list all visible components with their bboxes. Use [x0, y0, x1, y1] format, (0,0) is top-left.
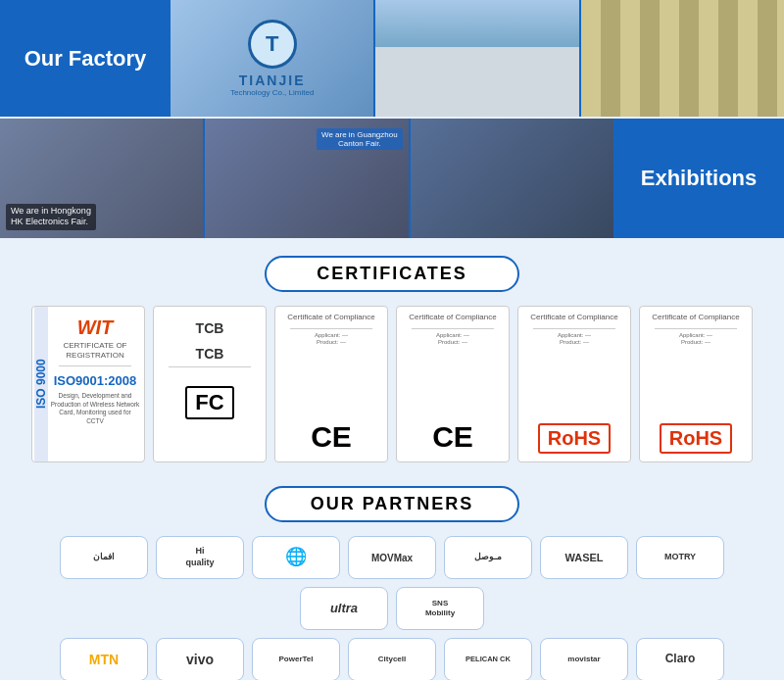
- cert-rohs-1: Certificate of Compliance Applicant: —Pr…: [517, 306, 631, 462]
- cert-tcb-fc: TCB TCB FC: [153, 306, 267, 462]
- office-sim: [375, 0, 578, 117]
- factory-title: Our Factory: [24, 46, 147, 72]
- certificates-title-bar: CERTIFICATES: [265, 256, 519, 292]
- ce1-divider: [290, 328, 373, 329]
- partners-title-bar: OUR PARTNERS: [265, 486, 519, 522]
- partner-mtn: MTN: [60, 638, 148, 680]
- factory-section: Our Factory T TIANJIE Technology Co., Li…: [0, 0, 784, 117]
- ce2-header: Certificate of Compliance: [409, 313, 496, 322]
- iso-stamp: ISO9001:2008: [54, 373, 137, 388]
- rohs1-body: Applicant: —Product: —: [558, 332, 591, 404]
- partner-afman: افمان: [60, 536, 148, 579]
- exhibitions-label: Exhibitions: [613, 119, 784, 238]
- partner-claro: Claro: [636, 638, 724, 680]
- iso-side-label: ISO 9000: [34, 307, 48, 461]
- partners-row-2: MTN vivo PowerTel Citycell PELICAN CK mo…: [16, 638, 768, 680]
- rohs2-stamp: RoHS: [660, 423, 732, 454]
- partner-movmax: MOVMax: [348, 536, 436, 579]
- partner-vivo: vivo: [156, 638, 244, 680]
- tcb-label-1: TCB: [196, 320, 224, 336]
- rohs1-divider: [533, 328, 616, 329]
- factory-label: Our Factory: [0, 0, 171, 117]
- ce2-stamp: CE: [432, 420, 473, 454]
- cert-rohs-2: Certificate of Compliance Applicant: —Pr…: [639, 306, 753, 462]
- exhibition-photo-1: We are in HongkongHK Electronics Fair.: [0, 119, 203, 238]
- tianjie-icon: T: [248, 20, 297, 69]
- partner-motry: MOTRY: [636, 536, 724, 579]
- exhibition-photos: We are in HongkongHK Electronics Fair. W…: [0, 119, 613, 238]
- iso-body: Design, Development and Production of Wi…: [50, 392, 140, 425]
- tianjie-sub: Technology Co., Limited: [230, 88, 314, 97]
- iso-cert-header: CERTIFICATE OF REGISTRATION: [50, 341, 140, 360]
- rohs1-header: Certificate of Compliance: [530, 313, 617, 322]
- partner-movistar: movistar: [540, 638, 628, 680]
- guangzhou-overlay: We are in GuangzhouCanton Fair.: [317, 128, 403, 150]
- rohs1-stamp: RoHS: [538, 423, 611, 454]
- rohs2-header: Certificate of Compliance: [652, 313, 739, 322]
- tianjie-name: TIANJIE: [239, 73, 306, 88]
- certificates-section: CERTIFICATES ISO 9000 WIT CERTIFICATE OF…: [0, 238, 784, 476]
- ce2-body: Applicant: —Product: —: [436, 332, 469, 409]
- ce1-header: Certificate of Compliance: [287, 313, 374, 322]
- partner-wasel: WASEL: [540, 536, 628, 579]
- rohs2-divider: [655, 328, 738, 329]
- exhibition-photo-3: [411, 119, 613, 238]
- ce1-stamp: CE: [311, 420, 352, 454]
- partners-row-1: افمان Hiquality 🌐 MOVMax مـوصل WASEL MOT…: [16, 536, 768, 630]
- partner-hiquality: Hiquality: [156, 536, 244, 579]
- exhibition-photo-2: We are in GuangzhouCanton Fair.: [205, 119, 408, 238]
- tianjie-logo: T TIANJIE Technology Co., Limited: [230, 20, 314, 97]
- partner-powertel: PowerTel: [252, 638, 340, 680]
- fc-stamp: FC: [185, 386, 233, 419]
- cert-ce-1: Certificate of Compliance Applicant: —Pr…: [274, 306, 388, 462]
- iso-divider: [59, 365, 131, 366]
- cert-iso9000: ISO 9000 WIT CERTIFICATE OF REGISTRATION…: [31, 306, 145, 462]
- certificates-title: CERTIFICATES: [317, 264, 467, 283]
- partner-citycell: Citycell: [348, 638, 436, 680]
- cert-ce-2: Certificate of Compliance Applicant: —Pr…: [396, 306, 510, 462]
- partner-ultra: ultra: [300, 587, 388, 630]
- factory-floor-sim: [581, 0, 784, 117]
- tcb-label-2: TCB: [196, 346, 224, 362]
- exhibitions-section: We are in HongkongHK Electronics Fair. W…: [0, 119, 784, 238]
- exhibitions-title: Exhibitions: [641, 166, 758, 191]
- partners-section: OUR PARTNERS افمان Hiquality 🌐 MOVMax مـ…: [0, 476, 784, 680]
- factory-photo-2: [375, 0, 578, 117]
- certificates-row: ISO 9000 WIT CERTIFICATE OF REGISTRATION…: [16, 306, 768, 462]
- rohs2-body: Applicant: —Product: —: [679, 332, 712, 404]
- hk-overlay: We are in HongkongHK Electronics Fair.: [6, 204, 96, 230]
- partner-w: 🌐: [252, 536, 340, 579]
- ce1-body: Applicant: —Product: —: [315, 332, 348, 409]
- factory-photo-1: T TIANJIE Technology Co., Limited: [171, 0, 373, 117]
- ce2-divider: [412, 328, 495, 329]
- factory-photos: T TIANJIE Technology Co., Limited: [171, 0, 784, 117]
- tcb-divider: [169, 366, 252, 367]
- wit-logo: WIT: [77, 316, 114, 339]
- factory-photo-3: [581, 0, 784, 117]
- partner-moasel: مـوصل: [444, 536, 532, 579]
- partners-title: OUR PARTNERS: [311, 494, 474, 513]
- partner-sns-mobility: SNSMobility: [396, 587, 484, 630]
- partner-pelican: PELICAN CK: [444, 638, 532, 680]
